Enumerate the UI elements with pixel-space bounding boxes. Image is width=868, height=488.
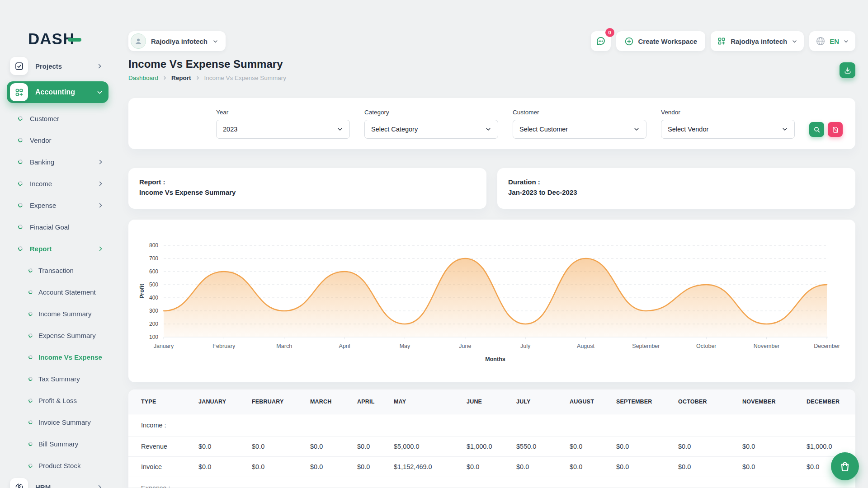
category-select-value: Select Category [371, 126, 418, 133]
chevron-down-icon [337, 126, 343, 132]
filter-year: Year 2023 [216, 109, 350, 139]
sidebar-item-invoice-summary[interactable]: Invoice Summary [0, 411, 114, 433]
page-header: Income Vs Expense Summary Dashboard Repo… [128, 58, 855, 81]
chevron-right-icon [96, 63, 103, 70]
chevron-down-icon [96, 89, 103, 96]
svg-text:400: 400 [149, 295, 158, 301]
apply-filter-button[interactable] [809, 122, 824, 137]
globe-icon [816, 36, 826, 46]
sidebar-item-profit-loss[interactable]: Profit & Loss [0, 389, 114, 411]
company-selector[interactable]: Rajodiya infotech [711, 31, 804, 51]
category-select[interactable]: Select Category [364, 120, 498, 139]
create-workspace-button[interactable]: Create Workspace [616, 31, 706, 51]
column-header-february: FEBRUARY [252, 389, 310, 414]
sidebar-item-label: Vendor [30, 136, 52, 144]
sidebar-item-label: Bill Summary [38, 440, 78, 448]
breadcrumb: Dashboard Report Income Vs Expense Summa… [128, 75, 286, 81]
filter-vendor: Vendor Select Vendor [661, 109, 795, 139]
sidebar-item-income[interactable]: Income [0, 173, 114, 194]
sidebar-item-expense[interactable]: Expense [0, 194, 114, 216]
sidebar-item-customer[interactable]: Customer [0, 108, 114, 129]
chat-icon [595, 36, 606, 47]
reset-filter-button[interactable] [828, 122, 843, 137]
svg-text:800: 800 [149, 242, 158, 249]
workspace-avatar [131, 33, 146, 49]
sidebar-item-expense-summary[interactable]: Expense Summary [0, 324, 114, 346]
report-summary-card: Report : Income Vs Expense Summary [128, 168, 486, 209]
svg-text:November: November [754, 343, 780, 349]
sidebar-item-tax-summary[interactable]: Tax Summary [0, 368, 114, 389]
svg-text:March: March [276, 343, 292, 349]
column-header-november: NOVEMBER [742, 389, 807, 414]
svg-text:April: April [339, 343, 350, 349]
sidebar-item-label: Profit & Loss [38, 397, 77, 404]
sidebar-item-hrm[interactable]: HRM [7, 476, 108, 488]
sidebar-item-label: Expense Summary [38, 332, 96, 339]
table-row-revenue: Revenue$0.0$0.0$0.0$0.0$5,000.0$1,000.0$… [128, 436, 855, 457]
accounting-grid-icon [10, 83, 28, 101]
customer-select[interactable]: Select Customer [513, 120, 646, 139]
reset-icon [832, 126, 839, 133]
breadcrumb-dashboard[interactable]: Dashboard [128, 75, 158, 81]
bullet-icon [28, 463, 33, 468]
language-selector[interactable]: EN [809, 31, 855, 51]
sidebar-item-finacial-goal[interactable]: Finacial Goal [0, 216, 114, 238]
bullet-icon [28, 419, 33, 424]
sidebar-item-product-stock[interactable]: Product Stock [0, 455, 114, 476]
chevron-down-icon [782, 126, 788, 132]
svg-text:200: 200 [149, 321, 158, 327]
bullet-icon [18, 202, 24, 208]
column-header-may: MAY [394, 389, 467, 414]
sidebar-item-report[interactable]: Report [0, 238, 114, 259]
bullet-icon [28, 354, 33, 359]
sidebar-item-label: Accounting [35, 88, 75, 96]
chevron-right-icon [96, 484, 103, 488]
svg-text:May: May [400, 343, 410, 349]
sidebar-item-vendor[interactable]: Vendor [0, 129, 114, 151]
download-button[interactable] [840, 62, 855, 78]
sidebar-item-transaction[interactable]: Transaction [0, 259, 114, 281]
svg-text:December: December [814, 343, 840, 349]
sidebar-item-income-summary[interactable]: Income Summary [0, 303, 114, 324]
report-card-title: Report : [139, 177, 476, 187]
sidebar-nav: Projects Accounting CustomerVendorBankin… [0, 55, 114, 488]
messages-button[interactable]: 0 [591, 31, 611, 51]
filter-bar: Year 2023 Category Select Category Custo… [128, 98, 855, 149]
filter-actions [809, 122, 843, 137]
duration-card-value: Jan-2023 to Dec-2023 [508, 187, 844, 197]
hrm-icon [10, 478, 28, 488]
svg-text:February: February [212, 343, 236, 349]
sidebar-item-label: Income [30, 180, 52, 188]
customer-label: Customer [513, 109, 646, 116]
sidebar-item-label: Transaction [38, 267, 74, 274]
accounting-submenu: CustomerVendorBankingIncomeExpenseFinaci… [0, 108, 114, 259]
workspace-grid-icon [717, 37, 726, 46]
sidebar-item-label: Expense [30, 202, 56, 209]
sidebar-item-income-vs-expense[interactable]: Income Vs Expense [0, 346, 114, 368]
create-workspace-label: Create Workspace [638, 38, 698, 45]
year-select-value: 2023 [223, 126, 237, 133]
customer-select-value: Select Customer [519, 126, 568, 133]
svg-text:700: 700 [149, 255, 158, 262]
breadcrumb-report[interactable]: Report [171, 75, 191, 81]
sidebar-item-account-statement[interactable]: Account Statement [0, 281, 114, 303]
sidebar-item-bill-summary[interactable]: Bill Summary [0, 433, 114, 455]
workspace-selector[interactable]: Rajodiya infotech [128, 31, 226, 51]
bullet-icon [28, 398, 33, 403]
sidebar-item-accounting[interactable]: Accounting [7, 81, 108, 103]
store-fab-button[interactable] [831, 452, 859, 480]
vendor-select[interactable]: Select Vendor [661, 120, 795, 139]
main-content: Rajodiya infotech 0 Create Workspace Raj… [114, 0, 868, 488]
table-header-row: TYPEJANUARYFEBRUARYMARCHAPRILMAYJUNEJULY… [128, 389, 855, 414]
income-expense-table: TYPEJANUARYFEBRUARYMARCHAPRILMAYJUNEJULY… [128, 389, 855, 488]
bullet-icon [18, 246, 24, 252]
breadcrumb-current: Income Vs Expense Summary [204, 75, 287, 81]
bullet-icon [28, 441, 33, 446]
workspace-name: Rajodiya infotech [151, 38, 208, 45]
year-select[interactable]: 2023 [216, 120, 350, 139]
sidebar-item-projects[interactable]: Projects [7, 55, 108, 77]
messages-badge: 0 [605, 28, 614, 37]
bullet-icon [28, 289, 33, 294]
chevron-down-icon [843, 38, 849, 44]
sidebar-item-banking[interactable]: Banking [0, 151, 114, 173]
